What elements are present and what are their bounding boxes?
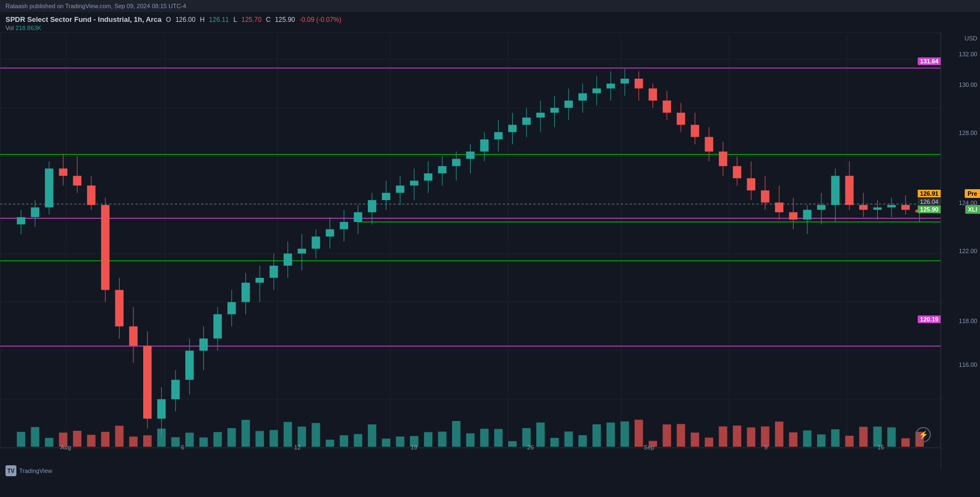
ohlc-open-value: 126.00 xyxy=(175,16,196,24)
pre-price: 126.91 xyxy=(918,190,941,197)
right-axis: USD 132.00 130.00 128.00 124.00 122.00 1… xyxy=(941,32,980,470)
vol-value: 218.863K xyxy=(15,25,41,31)
x-axis: Aug 6 12 19 26 Sep 9 16 xyxy=(5,444,939,451)
x-label-12: 12 xyxy=(294,444,301,451)
currency-label: USD xyxy=(965,35,977,42)
ohlc-low-value: 125.70 xyxy=(242,16,262,24)
vol-label: Vol xyxy=(5,25,14,31)
ohlc-high-value: 126.11 xyxy=(209,16,229,24)
chart-area: USD 132.00 130.00 128.00 124.00 122.00 1… xyxy=(0,32,980,481)
xli-price: 125.90 xyxy=(918,206,941,213)
ohlc-open-label: O xyxy=(166,16,171,24)
dotted-price-label: 126.04 xyxy=(918,198,941,206)
published-text: Rataash published on TradingView.com, Se… xyxy=(5,3,186,9)
tradingview-logo: TV TradingView xyxy=(5,465,52,476)
pre-badge: Pre xyxy=(965,189,980,198)
ohlc-high-label: H xyxy=(200,16,205,24)
xli-badge: XLI xyxy=(965,205,980,214)
x-label-6: 6 xyxy=(181,444,184,451)
x-label-aug: Aug xyxy=(60,444,71,451)
level-120: 120.19 xyxy=(918,315,941,323)
x-label-sep: Sep xyxy=(644,444,655,451)
x-label-16: 16 xyxy=(877,444,884,451)
ohlc-low-label: L xyxy=(233,16,237,24)
chart-header: SPDR Select Sector Fund - Industrial, 1h… xyxy=(0,12,980,32)
lightning-icon[interactable]: ⚡ xyxy=(916,427,931,442)
price-change: -0.09 (-0.07%) xyxy=(300,16,342,24)
tradingview-text: TradingView xyxy=(19,467,52,474)
x-label-26: 26 xyxy=(527,444,533,451)
published-bar: Rataash published on TradingView.com, Se… xyxy=(0,0,980,12)
symbol-name: SPDR Select Sector Fund - Industrial, 1h… xyxy=(5,15,162,24)
x-label-19: 19 xyxy=(410,444,417,451)
x-label-9: 9 xyxy=(764,444,767,451)
level-131: 131.64 xyxy=(918,57,941,65)
ohlc-close-label: C xyxy=(266,16,271,24)
ohlc-close-value: 125.90 xyxy=(275,16,295,24)
